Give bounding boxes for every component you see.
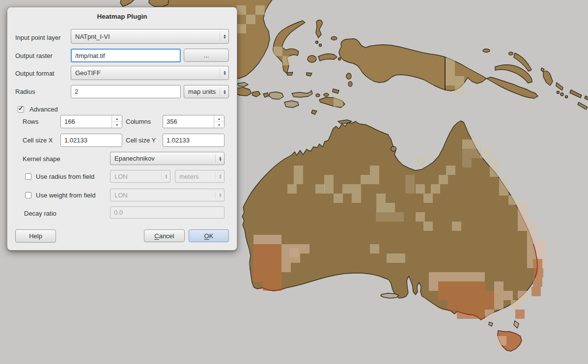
output-format-combo[interactable]: GeoTIFF ▲▼ bbox=[71, 66, 229, 80]
spin-buttons[interactable]: ▲ ▼ bbox=[112, 115, 122, 128]
spin-down-icon[interactable]: ▼ bbox=[214, 122, 224, 128]
radius-label: Radius bbox=[15, 88, 35, 95]
combo-arrows-icon: ▲▼ bbox=[215, 172, 222, 181]
rows-input[interactable] bbox=[61, 115, 112, 128]
cell-size-x-label: Cell size X bbox=[23, 137, 53, 144]
spin-down-icon[interactable]: ▼ bbox=[112, 122, 122, 128]
cell-size-y-input[interactable] bbox=[163, 134, 224, 147]
dialog-title: Heatmap Plugin bbox=[7, 13, 237, 20]
landmass-kangaroo-island bbox=[381, 293, 399, 298]
advanced-label: Advanced bbox=[29, 106, 58, 113]
radius-input[interactable] bbox=[71, 85, 181, 98]
combo-arrows-icon: ▲▼ bbox=[215, 191, 222, 199]
combo-arrows-icon: ▲▼ bbox=[220, 87, 226, 96]
browse-button[interactable]: ... bbox=[184, 49, 229, 62]
spin-buttons[interactable]: ▲ ▼ bbox=[214, 115, 224, 128]
output-format-value: GeoTIFF bbox=[75, 69, 220, 77]
weight-field-value: LON bbox=[114, 192, 215, 199]
decay-ratio-input bbox=[110, 206, 224, 219]
combo-arrows-icon: ▲▼ bbox=[220, 31, 226, 41]
use-weight-from-field-label: Use weight from field bbox=[36, 192, 95, 199]
radius-units-combo[interactable]: map units ▲▼ bbox=[184, 85, 229, 98]
output-raster-input[interactable] bbox=[71, 49, 181, 62]
radius-field-units-combo: meters ▲▼ bbox=[175, 170, 224, 183]
spin-up-icon[interactable]: ▲ bbox=[112, 115, 122, 122]
radius-field-combo: LON ▲▼ bbox=[110, 170, 170, 183]
ok-button[interactable]: OK bbox=[189, 229, 229, 242]
qgis-screen: Heatmap Plugin Input point layer NATpnt_… bbox=[0, 0, 588, 364]
advanced-checkbox[interactable]: ✓ bbox=[18, 106, 24, 112]
cell-size-y-label: Cell size Y bbox=[126, 137, 156, 144]
radius-field-units-value: meters bbox=[179, 173, 215, 180]
kernel-shape-value: Epanechnikov bbox=[114, 155, 215, 162]
use-weight-from-field-checkbox[interactable]: ✓ bbox=[25, 192, 31, 198]
columns-input[interactable] bbox=[163, 115, 214, 128]
use-radius-from-field-checkbox[interactable]: ✓ bbox=[25, 173, 31, 180]
combo-arrows-icon: ▲▼ bbox=[161, 172, 168, 181]
spin-up-icon[interactable]: ▲ bbox=[214, 115, 224, 122]
cancel-button[interactable]: Cancel bbox=[144, 229, 185, 242]
output-format-label: Output format bbox=[15, 70, 54, 77]
use-radius-from-field-label: Use radius from field bbox=[36, 173, 94, 180]
input-point-layer-label: Input point layer bbox=[15, 34, 61, 41]
kernel-shape-combo[interactable]: Epanechnikov ▲▼ bbox=[110, 152, 224, 165]
help-button[interactable]: Help bbox=[15, 229, 56, 243]
rows-label: Rows bbox=[23, 118, 39, 125]
radius-field-value: LON bbox=[114, 173, 161, 180]
weight-field-combo: LON ▲▼ bbox=[110, 189, 224, 201]
output-raster-label: Output raster bbox=[15, 52, 53, 59]
rows-spinbox[interactable]: ▲ ▼ bbox=[60, 115, 122, 128]
columns-label: Columns bbox=[126, 118, 151, 125]
decay-ratio-label: Decay ratio bbox=[24, 210, 56, 217]
radius-units-value: map units bbox=[188, 88, 220, 95]
kernel-shape-label: Kernel shape bbox=[23, 155, 60, 163]
cell-size-x-input[interactable] bbox=[60, 134, 122, 147]
combo-arrows-icon: ▲▼ bbox=[215, 154, 222, 163]
columns-spinbox[interactable]: ▲ ▼ bbox=[163, 115, 224, 128]
input-point-layer-value: NATpnt_I-VI bbox=[75, 33, 220, 40]
combo-arrows-icon: ▲▼ bbox=[220, 68, 226, 78]
input-point-layer-combo[interactable]: NATpnt_I-VI ▲▼ bbox=[71, 29, 229, 44]
heatmap-plugin-dialog: Heatmap Plugin Input point layer NATpnt_… bbox=[7, 7, 237, 251]
